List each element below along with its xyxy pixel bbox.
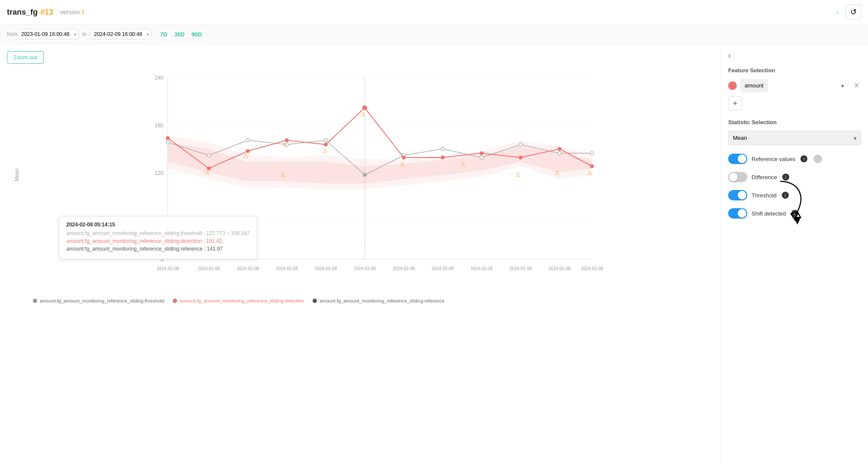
remove-feature-button[interactable]: ✕ [852,80,861,91]
sidebar: › Feature Selection amount ✕ + Statistic… [721,44,868,464]
quick-30d-button[interactable]: 30D [173,30,187,39]
chart-tooltip: 2024-02-08 05:14:15 amount:fg_amount_mon… [59,216,257,259]
svg-point-12 [207,154,211,157]
version-label: version 1 [60,9,85,16]
svg-text:⚠: ⚠ [587,169,593,176]
svg-text:⚠: ⚠ [243,152,248,159]
svg-text:2024-02-08: 2024-02-08 [581,266,603,271]
tooltip-threshold: amount:fg_amount_monitoring_reference_sl… [66,230,250,236]
reference-values-label: Reference values [752,156,795,162]
svg-point-13 [246,139,250,142]
svg-text:2024-02-08: 2024-02-08 [471,266,493,271]
svg-text:240: 240 [155,75,163,81]
stat-select-wrapper[interactable]: Mean [728,131,861,145]
svg-text:⚠: ⚠ [322,148,328,155]
from-label: from [7,31,17,37]
legend-dot-reference [313,299,317,303]
difference-toggle[interactable] [728,172,747,182]
quick-7d-button[interactable]: 7D [158,30,169,39]
legend-dot-threshold [33,299,37,303]
arrow-annotation-svg [771,177,815,233]
svg-text:2024-02-08: 2024-02-08 [315,266,337,271]
svg-text:⚠: ⚠ [361,111,366,118]
svg-point-27 [324,143,328,146]
y-axis-label: Mean [14,168,20,181]
tooltip-title: 2024-02-08 05:14:15 [66,222,250,228]
svg-text:⚠: ⚠ [515,171,521,178]
reference-color-dot [813,155,822,163]
svg-point-29 [402,156,406,159]
to-date-select[interactable]: 2024-02-09 16:00:48 [90,29,152,39]
svg-text:⚠: ⚠ [281,171,286,178]
svg-point-21 [558,151,561,155]
legend-label-threshold: amount:fg_amount_monitoring_reference_sl… [40,298,164,303]
statistic-selection-title: Statistic Selection [728,119,861,126]
to-label: to [82,31,87,37]
to-date-wrapper[interactable]: 2024-02-09 16:00:48 [90,29,152,39]
svg-point-30 [441,156,445,159]
svg-text:2024-02-08: 2024-02-08 [549,266,571,271]
chart-container: Mean 240 180 120 60 0 [7,69,714,294]
zoom-out-button[interactable]: Zoom out [7,51,44,64]
from-date-select[interactable]: 2023-01-09 16:00:48 [17,29,79,39]
svg-text:⚠: ⚠ [554,169,560,176]
svg-text:⚠: ⚠ [400,161,405,168]
svg-point-19 [480,156,484,159]
svg-point-23 [166,136,170,140]
svg-point-32 [519,156,523,159]
feature-select-wrapper[interactable]: amount [740,79,849,92]
chart-area: Zoom out Mean 240 180 120 [0,44,721,464]
reference-values-toggle[interactable] [728,154,747,164]
svg-text:2024-02-08: 2024-02-08 [276,266,298,271]
svg-text:⚠: ⚠ [282,141,287,148]
svg-point-34 [590,164,594,168]
shift-detected-slider [728,208,747,219]
feature-select[interactable]: amount [740,79,768,92]
reference-values-info-icon[interactable]: i [800,155,807,162]
svg-point-18 [441,147,445,151]
svg-text:2024-02-08: 2024-02-08 [157,266,179,271]
refresh-button[interactable]: ↺ [845,4,861,20]
feature-selection-title: Feature Selection [728,67,861,74]
svg-text:2024-02-08: 2024-02-08 [510,266,532,271]
svg-point-15 [324,139,328,142]
app-title: trans_fg [7,8,38,17]
edit-link[interactable]: › [836,9,839,16]
reference-values-row: Reference values i [728,154,861,164]
quick-90d-button[interactable]: 90D [190,30,204,39]
legend-item-reference: amount:fg_amount_monitoring_reference_sl… [313,298,445,303]
svg-text:180: 180 [155,122,163,129]
svg-point-33 [558,147,561,151]
feature-row: amount ✕ [728,79,861,92]
stat-select[interactable]: Mean [728,131,861,145]
threshold-toggle[interactable] [728,190,747,200]
main-layout: Zoom out Mean 240 180 120 [0,44,868,464]
legend-item-threshold: amount:fg_amount_monitoring_reference_sl… [33,298,164,303]
tooltip-reference: amount:fg_amount_monitoring_reference_sl… [66,246,250,252]
svg-text:2024-02-08: 2024-02-08 [198,266,220,271]
add-feature-button[interactable]: + [728,97,742,110]
header: trans_fg #13 version 1 › ↺ [0,0,868,25]
from-date-wrapper[interactable]: 2023-01-09 16:00:48 [17,29,79,39]
svg-text:⚠: ⚠ [460,161,466,168]
tooltip-detection: amount:fg_amount_monitoring_reference_sl… [66,238,250,244]
legend-label-reference: amount:fg_amount_monitoring_reference_sl… [319,298,445,303]
feature-color-dot [728,81,737,90]
svg-point-20 [519,143,523,146]
svg-text:2024-02-08: 2024-02-08 [432,266,454,271]
threshold-slider [728,190,747,200]
svg-text:2024-02-08: 2024-02-08 [393,266,415,271]
legend-label-detection: amount:fg_amount_monitoring_reference_sl… [180,298,304,303]
svg-text:⚠: ⚠ [205,169,210,176]
legend-item-detection: amount:fg_amount_monitoring_reference_sl… [173,298,304,303]
reference-values-slider [728,154,747,164]
controls-bar: from 2023-01-09 16:00:48 to 2024-02-09 1… [0,25,868,44]
threshold-band-outer [168,136,592,189]
svg-text:120: 120 [155,170,163,176]
svg-text:2024-02-08: 2024-02-08 [237,266,259,271]
legend-dot-detection [173,299,177,303]
svg-text:2024-02-08: 2024-02-08 [354,266,376,271]
difference-slider [728,172,747,182]
sidebar-toggle-button[interactable]: › [728,51,861,60]
shift-detected-toggle[interactable] [728,208,747,219]
